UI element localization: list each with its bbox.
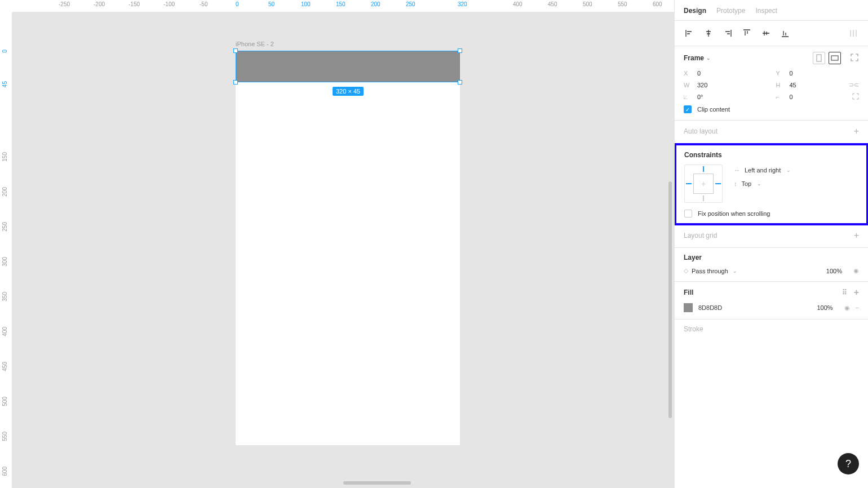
orientation-landscape[interactable]	[829, 52, 841, 64]
ruler-tick: 45	[2, 81, 8, 87]
auto-layout-add-icon[interactable]: +	[854, 126, 859, 136]
ruler-tick: 600	[2, 467, 8, 476]
auto-layout-title: Auto layout	[684, 127, 718, 135]
chevron-down-icon: ⌄	[733, 268, 737, 274]
fill-add-icon[interactable]: +	[854, 287, 859, 298]
ruler-tick: 550	[618, 1, 627, 7]
orientation-portrait[interactable]	[813, 52, 825, 64]
alignment-row	[675, 21, 868, 46]
fill-section: Fill⠿+ 8D8D8D 100% ◉ −	[675, 282, 868, 320]
constrain-proportions-icon[interactable]: ⊃⊂	[849, 81, 859, 88]
frame-section: Frame⌄ X0 Y0 W320 H45⊃⊂ ⟀0° ⌐0 ✓ Clip co…	[675, 46, 868, 121]
layer-section: Layer ◇Pass through⌄ 100% ◉	[675, 248, 868, 282]
ruler-tick: -250	[59, 1, 70, 7]
panel-tabs: Design Prototype Inspect	[675, 0, 868, 21]
chevron-down-icon: ⌄	[706, 55, 711, 61]
canvas[interactable]: iPhone SE - 2 320 × 45	[12, 12, 674, 488]
ruler-tick: 0	[2, 50, 8, 53]
fill-hex-input[interactable]: 8D8D8D	[698, 304, 722, 311]
align-vcenter-icon[interactable]	[759, 26, 773, 40]
constraints-section: Constraints + ↔Left and right⌄ ↕Top⌄ Fix…	[674, 143, 868, 225]
clip-content-label: Clip content	[697, 106, 730, 113]
tab-inspect[interactable]: Inspect	[755, 7, 777, 15]
align-top-icon[interactable]	[740, 26, 754, 40]
tab-design[interactable]: Design	[684, 7, 706, 15]
clip-content-checkbox[interactable]: ✓	[684, 105, 692, 113]
layer-visibility-icon[interactable]: ◉	[853, 267, 859, 274]
distribute-icon[interactable]	[847, 26, 860, 40]
ruler-tick: 250	[406, 1, 415, 7]
ruler-tick: -200	[94, 1, 105, 7]
ruler-tick: 500	[583, 1, 592, 7]
blend-mode-select[interactable]: ◇Pass through⌄	[684, 267, 737, 274]
y-label: Y	[776, 70, 784, 77]
ruler-tick: 400	[2, 327, 8, 336]
resize-handle-nw[interactable]	[233, 48, 238, 53]
fill-styles-icon[interactable]: ⠿	[842, 289, 847, 296]
help-button[interactable]: ?	[838, 453, 859, 474]
ruler-tick: 500	[2, 397, 8, 406]
resize-handle-ne[interactable]	[458, 48, 462, 53]
h-label: H	[776, 82, 784, 88]
fill-title: Fill	[684, 289, 693, 296]
fill-visibility-icon[interactable]: ◉	[844, 304, 850, 312]
constraints-widget[interactable]: +	[684, 165, 723, 203]
resize-to-fit-icon[interactable]	[850, 53, 859, 63]
ruler-tick: 450	[2, 362, 8, 371]
svg-rect-1	[831, 56, 838, 60]
ruler-vertical[interactable]: 0 45 150 200 250 300 350 400 450 500 550…	[0, 12, 12, 488]
ruler-tick: 200	[371, 1, 380, 7]
resize-handle-sw[interactable]	[233, 80, 238, 85]
align-right-icon[interactable]	[721, 26, 734, 40]
vertical-icon: ↕	[734, 180, 737, 187]
align-hcenter-icon[interactable]	[702, 26, 715, 40]
w-input[interactable]: 320	[697, 82, 707, 88]
ruler-tick: 0	[236, 1, 239, 7]
w-label: W	[684, 82, 692, 88]
fill-remove-icon[interactable]: −	[856, 304, 859, 311]
layer-title: Layer	[684, 254, 702, 261]
constraint-horizontal-select[interactable]: ↔Left and right⌄	[734, 167, 791, 174]
rotation-input[interactable]: 0°	[697, 94, 703, 100]
align-left-icon[interactable]	[683, 26, 696, 40]
ruler-tick: 200	[2, 187, 8, 197]
ruler-tick: 300	[2, 257, 8, 267]
tab-prototype[interactable]: Prototype	[716, 7, 745, 15]
y-input[interactable]: 0	[790, 70, 793, 77]
chevron-down-icon: ⌄	[786, 167, 791, 173]
dimensions-badge: 320 × 45	[333, 87, 364, 96]
fix-position-checkbox[interactable]	[684, 210, 692, 218]
ruler-tick: 450	[548, 1, 557, 7]
layout-grid-add-icon[interactable]: +	[854, 230, 859, 241]
align-bottom-icon[interactable]	[778, 26, 792, 40]
frame-title[interactable]: Frame⌄	[684, 54, 711, 62]
fill-swatch[interactable]	[684, 303, 693, 312]
fill-opacity-input[interactable]: 100%	[817, 304, 832, 311]
ruler-tick: 150	[336, 1, 346, 7]
h-input[interactable]: 45	[790, 82, 796, 88]
blend-icon: ◇	[684, 267, 688, 274]
radius-expand-icon[interactable]	[852, 93, 859, 101]
horizontal-icon: ↔	[734, 167, 740, 174]
radius-icon: ⌐	[776, 94, 784, 100]
ruler-tick: 250	[2, 222, 8, 232]
ruler-tick: 50	[268, 1, 274, 7]
canvas-horizontal-scrollbar[interactable]	[343, 481, 411, 485]
auto-layout-section: Auto layout+	[675, 121, 868, 144]
ruler-tick: 150	[2, 152, 8, 162]
x-input[interactable]: 0	[697, 70, 701, 77]
stroke-title: Stroke	[684, 325, 703, 333]
layer-opacity-input[interactable]: 100%	[826, 268, 842, 274]
constraint-vertical-select[interactable]: ↕Top⌄	[734, 180, 791, 187]
ruler-tick: -150	[129, 1, 140, 7]
stroke-section: Stroke	[675, 320, 868, 340]
canvas-vertical-scrollbar[interactable]	[668, 181, 672, 418]
ruler-tick: -50	[200, 1, 207, 7]
selected-frame[interactable]	[236, 51, 460, 82]
artboard[interactable]	[236, 51, 460, 445]
resize-handle-se[interactable]	[458, 80, 462, 85]
radius-input[interactable]: 0	[790, 94, 793, 100]
ruler-tick: 320	[458, 1, 467, 7]
frame-label[interactable]: iPhone SE - 2	[236, 41, 274, 47]
x-label: X	[684, 70, 692, 77]
